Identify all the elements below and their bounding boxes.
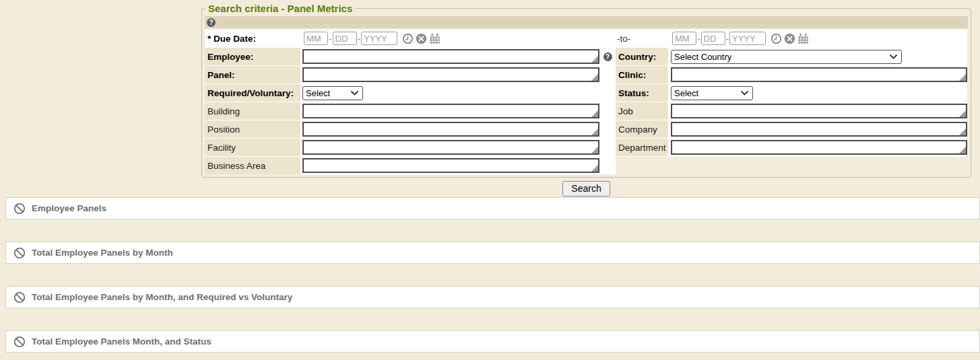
section-title: Total Employee Panels by Month xyxy=(32,248,173,258)
calendar-icon[interactable] xyxy=(797,33,809,44)
job-input[interactable] xyxy=(671,104,967,118)
due-date-from-year-input[interactable] xyxy=(361,32,397,45)
required-voluntary-select[interactable]: Select xyxy=(302,86,363,100)
due-date-from-day-input[interactable] xyxy=(333,32,357,45)
section-total-panels-month-status[interactable]: Total Employee Panels Month, and Status xyxy=(5,330,980,353)
prohibited-icon xyxy=(13,336,26,348)
position-label: Position xyxy=(205,120,300,138)
section-title: Employee Panels xyxy=(32,203,106,213)
date-separator: - xyxy=(697,34,700,44)
department-input[interactable] xyxy=(671,140,967,155)
clear-date-icon[interactable] xyxy=(416,33,427,44)
search-criteria-fieldset: Search criteria - Panel Metrics ? * Due … xyxy=(201,3,971,178)
company-label: Company xyxy=(616,120,668,138)
date-separator: - xyxy=(329,34,332,44)
clinic-input[interactable] xyxy=(671,67,967,82)
due-date-label: * Due Date: xyxy=(205,30,300,47)
building-label: Building xyxy=(205,102,300,120)
due-date-from-group: - - xyxy=(302,32,440,45)
section-employee-panels[interactable]: Employee Panels xyxy=(5,197,980,219)
due-date-to-day-input[interactable] xyxy=(701,32,725,45)
required-voluntary-select-value: Select xyxy=(306,88,330,98)
building-input[interactable] xyxy=(302,104,599,118)
business-area-label: Business Area xyxy=(205,157,300,174)
date-separator: - xyxy=(726,34,729,44)
employee-input[interactable] xyxy=(302,49,599,64)
section-total-panels-required-vs-voluntary[interactable]: Total Employee Panels by Month, and Requ… xyxy=(5,286,980,308)
search-criteria-panel: Search criteria - Panel Metrics ? * Due … xyxy=(201,3,971,178)
prohibited-icon xyxy=(13,291,26,303)
company-input[interactable] xyxy=(671,122,967,137)
facility-label: Facility xyxy=(205,139,300,156)
prohibited-icon xyxy=(13,247,26,259)
panel-label: Panel: xyxy=(205,66,300,83)
clock-icon[interactable] xyxy=(771,33,782,44)
status-select-value: Select xyxy=(674,88,698,98)
prohibited-icon xyxy=(13,203,26,215)
due-date-from-month-input[interactable] xyxy=(304,32,328,45)
help-bar: ? xyxy=(205,16,968,28)
clear-date-icon[interactable] xyxy=(784,33,795,44)
search-button-row: Search xyxy=(201,181,971,196)
country-select-value: Select Country xyxy=(674,52,731,62)
section-title: Total Employee Panels Month, and Status xyxy=(32,336,211,347)
country-select[interactable]: Select Country xyxy=(671,50,902,64)
clinic-label: Clinic: xyxy=(616,66,668,83)
date-separator: - xyxy=(358,34,361,44)
help-icon[interactable]: ? xyxy=(207,18,216,27)
employee-label: Employee: xyxy=(205,48,300,65)
chevron-down-icon xyxy=(351,91,358,96)
chevron-down-icon xyxy=(741,91,748,96)
country-label: Country: xyxy=(616,48,668,65)
country-help-icon[interactable]: ? xyxy=(603,52,612,61)
section-title: Total Employee Panels by Month, and Requ… xyxy=(32,292,292,302)
search-button[interactable]: Search xyxy=(562,181,610,196)
panel-input[interactable] xyxy=(302,67,599,82)
search-criteria-legend: Search criteria - Panel Metrics xyxy=(205,3,355,14)
chevron-down-icon xyxy=(890,55,897,59)
search-form-grid: * Due Date: - - -to- xyxy=(205,30,967,174)
calendar-icon[interactable] xyxy=(429,33,440,44)
clock-icon[interactable] xyxy=(402,33,414,44)
required-voluntary-label: Required/Voluntary: xyxy=(205,84,300,102)
due-date-to-group: - - xyxy=(671,32,809,45)
due-date-to-month-input[interactable] xyxy=(672,32,696,45)
section-total-panels-by-month[interactable]: Total Employee Panels by Month xyxy=(5,242,980,264)
status-label: Status: xyxy=(616,84,668,102)
business-area-input[interactable] xyxy=(302,158,599,173)
job-label: Job xyxy=(616,102,668,120)
to-label: -to- xyxy=(616,30,668,47)
status-select[interactable]: Select xyxy=(671,86,753,100)
due-date-to-year-input[interactable] xyxy=(729,32,766,45)
department-label: Department xyxy=(616,139,668,156)
position-input[interactable] xyxy=(302,122,599,137)
facility-input[interactable] xyxy=(302,140,599,155)
